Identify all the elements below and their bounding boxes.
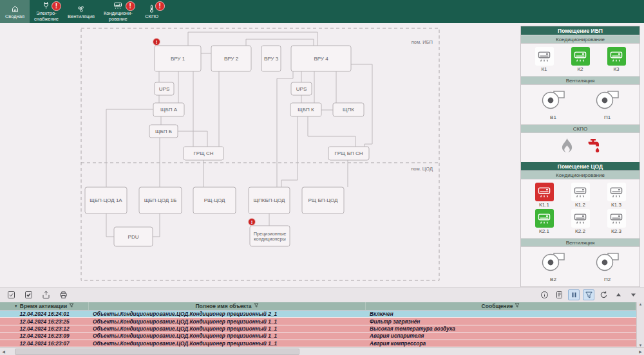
plug-icon: [42, 1, 50, 10]
fan-В2[interactable]: В2: [537, 250, 569, 282]
diagram-node-vru1[interactable]: ВРУ 1!: [153, 39, 202, 72]
column-filter-icon[interactable]: [515, 303, 520, 309]
event-row[interactable]: 12.04.2024 16:23:09Объекты.Кондициониров…: [0, 332, 636, 340]
diagram-node-rsh-cod[interactable]: РЩ-ЦОД: [193, 187, 236, 214]
column-header-obj[interactable]: Полное имя объекта: [89, 302, 366, 310]
home-icon: [11, 4, 19, 13]
diagram-node-ups2[interactable]: UPS: [291, 82, 312, 95]
connector-line: [153, 214, 160, 237]
tab-conditioning[interactable]: Кондициони- рование!: [99, 0, 137, 23]
fan-П1[interactable]: П1: [591, 88, 623, 120]
power-scheme-diagram: пом. ИБПпом. ЦОДВРУ 1!ВРУ 2ВРУ 3ВРУ 4UPS…: [0, 23, 489, 287]
unit-label: П2: [604, 277, 611, 282]
column-filter-icon[interactable]: [254, 303, 259, 309]
event-row[interactable]: 12.04.2024 16:23:12Объекты.Кондициониров…: [0, 325, 636, 332]
diagram-node-shpk[interactable]: ЩПК: [333, 103, 364, 116]
tab-label: Вентиляция: [68, 14, 95, 19]
tab-skpo[interactable]: СКПО!: [137, 0, 167, 23]
pause-button[interactable]: [568, 289, 580, 300]
diagram-node-pdu[interactable]: PDU: [114, 227, 153, 246]
unit-label: К1: [541, 66, 547, 72]
svg-text:ЩПК: ЩПК: [343, 107, 354, 113]
ac-unit-icon: [571, 209, 590, 228]
tab-summary[interactable]: Сводная: [0, 0, 30, 23]
event-time: 12.04.2024 16:24:01: [0, 311, 89, 317]
event-table-body: 12.04.2024 16:24:01Объекты.Кондициониров…: [0, 311, 636, 347]
fan-icon: [539, 250, 567, 276]
conditioner-К1.3[interactable]: К1.3: [600, 183, 632, 208]
scroll-left-button[interactable]: ◀: [0, 349, 7, 354]
section-header-fan: Вентиляция: [521, 76, 639, 85]
column-label: Сообщение: [482, 303, 513, 309]
diagram-node-rsh-bp-cod[interactable]: РЩ БП-ЦОД: [302, 187, 344, 214]
export-button[interactable]: [40, 289, 52, 300]
unit-label: В2: [550, 277, 556, 282]
filter-button[interactable]: [583, 289, 594, 300]
event-object: Объекты.Кондиционирование.ЦОД.Кондиционе…: [89, 340, 366, 347]
column-filter-icon[interactable]: [69, 303, 74, 309]
diagram-node-ups1[interactable]: UPS: [155, 82, 174, 95]
diagram-node-vru3[interactable]: ВРУ 3: [261, 46, 281, 71]
fan-icon: [539, 88, 567, 114]
tab-ventilation[interactable]: Вентиляция: [63, 0, 99, 23]
svg-text:ВРУ 3: ВРУ 3: [264, 56, 279, 62]
conditioner-К2[interactable]: К2: [564, 47, 596, 72]
ac-unit-icon: [571, 183, 590, 201]
ack-event-button[interactable]: [5, 289, 17, 300]
conditioner-К2.1[interactable]: К2.1: [528, 209, 560, 234]
conditioner-К1.2[interactable]: К1.2: [564, 183, 596, 208]
top-navigation-bar: СводнаяЭлектро- снабжение!ВентиляцияКонд…: [0, 0, 644, 23]
diagram-node-shbp-b[interactable]: ЩБП Б: [149, 125, 178, 138]
column-header-time[interactable]: ▼Время активации: [0, 302, 89, 310]
conditioner-К1.1[interactable]: К1.1: [528, 183, 560, 208]
unit-label: К2.1: [539, 228, 549, 234]
diagram-node-shbp-a[interactable]: ЩБП А: [153, 103, 184, 116]
fan-В1[interactable]: В1: [537, 88, 569, 120]
connector-line: [246, 39, 314, 46]
section-header-skpo: СКПО: [521, 124, 639, 133]
svg-text:ЩПКБП-ЦОД: ЩПКБП-ЦОД: [254, 197, 285, 203]
refresh-button[interactable]: [598, 289, 609, 300]
diagram-node-shbp-k[interactable]: ЩБП К: [290, 103, 321, 116]
report-button[interactable]: [553, 289, 565, 300]
print-button[interactable]: [57, 289, 69, 300]
flame-icon[interactable]: [560, 137, 574, 158]
scrollbar-thumb[interactable]: [15, 349, 299, 355]
region-label-cod: пом. ЦОД: [411, 166, 433, 172]
info-button[interactable]: [538, 289, 550, 300]
vertical-scrollbar[interactable]: ▲ ▼: [636, 302, 644, 347]
diagram-node-vru4[interactable]: ВРУ 4: [291, 46, 351, 71]
fan-П2[interactable]: П2: [591, 250, 623, 282]
diagram-node-shbp-cod-1a[interactable]: ЩБП-ЦОД 1А: [85, 187, 127, 214]
scroll-right-button[interactable]: ▶: [637, 349, 644, 354]
svg-text:PDU: PDU: [128, 234, 139, 240]
column-label: Полное имя объекта: [195, 303, 251, 309]
diagram-node-grsh-sn[interactable]: ГРЩ СН: [184, 147, 223, 160]
ac-items-row: К1.1К1.2К1.3К2.1К2.2К2.3: [521, 179, 639, 238]
scroll-down-button[interactable]: [627, 289, 639, 300]
event-row[interactable]: 12.04.2024 16:23:25Объекты.Кондициониров…: [0, 318, 636, 325]
horizontal-scrollbar[interactable]: ◀ ▶: [0, 347, 644, 355]
event-row[interactable]: 12.04.2024 16:24:01Объекты.Кондициониров…: [0, 311, 636, 318]
tab-power[interactable]: Электро- снабжение!: [30, 0, 63, 23]
conditioner-К1[interactable]: К1: [528, 47, 560, 72]
column-label: Время активации: [20, 303, 67, 309]
scroll-up-button[interactable]: ▲: [637, 302, 644, 306]
diagram-node-shpkbp-cod[interactable]: ЩПКБП-ЦОД: [249, 187, 290, 214]
faucet-icon[interactable]: [585, 138, 601, 157]
event-object: Объекты.Кондиционирование.ЦОД.Кондиционе…: [89, 325, 366, 332]
ac-items-row: К1К2К3: [521, 44, 639, 76]
diagram-node-shbp-cod-1b[interactable]: ЩБП-ЦОД 1Б: [139, 187, 182, 214]
diagram-node-vru2[interactable]: ВРУ 2: [211, 46, 251, 71]
diagram-node-grsh-bp-sn[interactable]: ГРЩ БП СН: [328, 147, 369, 160]
section-header-ac: Кондиционирование: [521, 35, 639, 44]
ack-all-events-button[interactable]: [23, 289, 34, 300]
scroll-up-button[interactable]: [612, 289, 624, 300]
conditioner-К3[interactable]: К3: [600, 47, 632, 72]
unit-label: К3: [613, 66, 619, 72]
event-row[interactable]: 12.04.2024 16:23:07Объекты.Кондициониров…: [0, 340, 636, 347]
conditioner-К2.3[interactable]: К2.3: [600, 209, 632, 234]
svg-text:ГРЩ БП СН: ГРЩ БП СН: [334, 150, 363, 156]
conditioner-К2.2[interactable]: К2.2: [564, 209, 596, 234]
column-header-msg[interactable]: Сообщение: [366, 302, 636, 310]
